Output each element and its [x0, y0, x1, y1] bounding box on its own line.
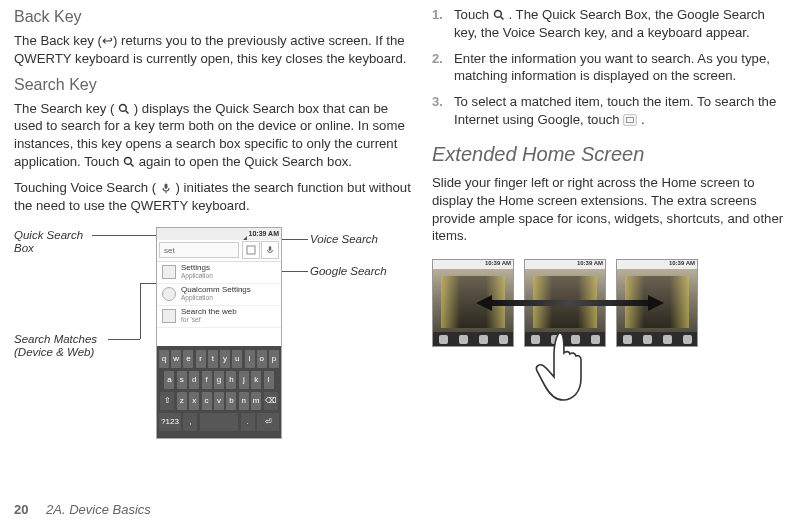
keyboard-key[interactable]: r	[196, 350, 206, 368]
qwerty-keyboard: qwertyuiopasdfghjkl⇧zxcvbnm⌫?123,.⏎	[157, 346, 281, 438]
google-search-icon	[623, 114, 637, 126]
keyboard-key[interactable]: g	[214, 371, 224, 389]
quick-search-box: set	[157, 240, 281, 262]
keyboard-key[interactable]: t	[208, 350, 218, 368]
swipe-arrow	[478, 295, 662, 311]
callout-line	[92, 235, 156, 236]
section-title: 2A. Device Basics	[46, 502, 151, 517]
keyboard-key[interactable]: e	[183, 350, 193, 368]
keyboard-key[interactable]: ⌫	[264, 392, 278, 410]
search-icon	[493, 9, 505, 21]
keyboard-key[interactable]: c	[202, 392, 212, 410]
keyboard-key[interactable]: n	[239, 392, 249, 410]
status-time: 10:39 AM	[669, 260, 695, 266]
heading-search-key: Search Key	[14, 76, 414, 94]
search-result-item[interactable]: SettingsApplication	[157, 262, 281, 284]
figure-home-swipe: 10:39 AM 10:39 AM 10:39 AM	[432, 255, 782, 405]
keyboard-key[interactable]: .	[241, 413, 255, 431]
keyboard-key[interactable]: s	[177, 371, 187, 389]
result-title: Search the web	[181, 308, 237, 316]
search-icon	[118, 103, 130, 115]
para-back-key: The Back key (↩) returns you to the prev…	[14, 32, 414, 68]
keyboard-key[interactable]: u	[232, 350, 242, 368]
svg-rect-4	[164, 183, 167, 188]
keyboard-key[interactable]: ⇧	[160, 392, 174, 410]
text-fragment: Touch	[454, 7, 493, 22]
keyboard-key[interactable]: a	[164, 371, 174, 389]
keyboard-key[interactable]: z	[177, 392, 187, 410]
status-time: 10:39 AM	[249, 230, 279, 237]
callout-quick-search-box: Quick Search Box	[14, 229, 83, 255]
keyboard-key[interactable]: w	[171, 350, 181, 368]
text-fragment: To select a matched item, touch the item…	[454, 94, 776, 127]
search-result-item[interactable]: Search the webfor 'set'	[157, 306, 281, 328]
keyboard-key[interactable]: q	[159, 350, 169, 368]
callout-line	[140, 283, 141, 339]
step-number: 3.	[432, 93, 443, 111]
heading-back-key: Back Key	[14, 8, 414, 26]
app-icon	[162, 265, 176, 279]
svg-point-2	[125, 158, 132, 165]
keyboard-key[interactable]: y	[220, 350, 230, 368]
dock	[433, 332, 513, 346]
result-subtitle: for 'set'	[181, 316, 237, 324]
keyboard-key[interactable]: h	[226, 371, 236, 389]
text-fragment: .	[641, 112, 645, 127]
keyboard-key[interactable]: ,	[183, 413, 197, 431]
page-footer: 20 2A. Device Basics	[14, 502, 151, 517]
keyboard-key[interactable]: d	[189, 371, 199, 389]
hand-gesture-icon	[532, 325, 602, 407]
keyboard-key[interactable]	[200, 413, 238, 431]
keyboard-key[interactable]: ?123	[159, 413, 181, 431]
step-number: 1.	[432, 6, 443, 24]
svg-line-3	[131, 164, 134, 167]
svg-rect-11	[624, 114, 637, 125]
status-bar: 10:39 AM	[157, 228, 281, 240]
step-2: 2. Enter the information you want to sea…	[432, 50, 788, 86]
keyboard-key[interactable]: v	[214, 392, 224, 410]
para-search-key-1: The Search key ( ) displays the Quick Se…	[14, 100, 414, 171]
keyboard-key[interactable]: f	[202, 371, 212, 389]
keyboard-key[interactable]: i	[245, 350, 255, 368]
phone-mock: 10:39 AM set SettingsApplicationQualcomm…	[156, 227, 282, 439]
signal-icon	[239, 230, 247, 238]
svg-point-9	[494, 11, 501, 18]
text-fragment: again to open the Quick Search box.	[139, 154, 352, 169]
google-search-button[interactable]	[242, 241, 260, 259]
step-number: 2.	[432, 50, 443, 68]
step-3: 3. To select a matched item, touch the i…	[432, 93, 788, 129]
voice-search-button[interactable]	[261, 241, 279, 259]
result-title: Settings	[181, 264, 213, 272]
text-fragment: Touching Voice Search (	[14, 180, 156, 195]
text-fragment: The Search key (	[14, 101, 114, 116]
svg-line-10	[500, 17, 503, 20]
status-time: 10:39 AM	[485, 260, 511, 266]
page-number: 20	[14, 502, 28, 517]
keyboard-key[interactable]: p	[269, 350, 279, 368]
status-time: 10:39 AM	[577, 260, 603, 266]
keyboard-key[interactable]: j	[239, 371, 249, 389]
keyboard-key[interactable]: m	[251, 392, 261, 410]
search-result-item[interactable]: Qualcomm SettingsApplication	[157, 284, 281, 306]
svg-rect-7	[247, 246, 255, 254]
callout-google-search: Google Search	[310, 265, 387, 278]
callout-voice-search: Voice Search	[310, 233, 378, 246]
svg-line-1	[126, 110, 129, 113]
keyboard-key[interactable]: k	[251, 371, 261, 389]
heading-extended-home: Extended Home Screen	[432, 143, 788, 166]
keyboard-key[interactable]: ⏎	[257, 413, 279, 431]
para-search-key-2: Touching Voice Search ( ) initiates the …	[14, 179, 414, 215]
dock	[617, 332, 697, 346]
svg-rect-8	[269, 246, 272, 250]
keyboard-key[interactable]: b	[226, 392, 236, 410]
result-title: Qualcomm Settings	[181, 286, 251, 294]
keyboard-key[interactable]: o	[257, 350, 267, 368]
para-extended-home: Slide your finger left or right across t…	[432, 174, 788, 245]
figure-quick-search: Quick Search Box Search Matches (Device …	[14, 223, 410, 453]
keyboard-key[interactable]: l	[264, 371, 274, 389]
search-input[interactable]: set	[159, 242, 239, 258]
callout-line	[108, 339, 140, 340]
result-subtitle: Application	[181, 294, 251, 302]
keyboard-key[interactable]: x	[189, 392, 199, 410]
result-subtitle: Application	[181, 272, 213, 280]
